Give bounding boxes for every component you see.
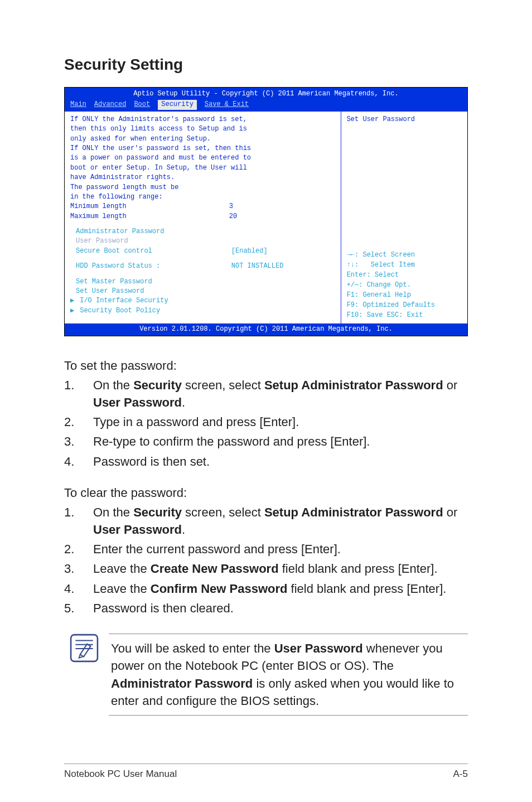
footer-left: Notebook PC User Manual xyxy=(64,769,177,780)
list-item: Password is then cleared. xyxy=(64,600,468,617)
text-bold: User Password xyxy=(93,395,182,409)
hint-f10: F10: Save ESC: Exit xyxy=(347,310,462,320)
footer-right: A-5 xyxy=(453,769,468,780)
text-bold: Setup Administrator Password xyxy=(264,505,443,519)
bios-tab-main[interactable]: Main xyxy=(70,100,86,109)
list-item: Leave the Create New Password field blan… xyxy=(64,560,468,577)
hdd-password-status-label: HDD Password Status : xyxy=(76,262,231,271)
section-title: Security Setting xyxy=(64,56,468,74)
bios-desc-line: then this only limits access to Setup an… xyxy=(70,124,335,134)
bios-tab-boot[interactable]: Boot xyxy=(134,100,150,109)
list-item: Enter the current password and press [En… xyxy=(64,540,468,558)
text: You will be asked to enter the xyxy=(111,641,274,655)
arrows-lr-icon: →← xyxy=(347,251,355,259)
triangle-right-icon: ▶ xyxy=(70,306,76,316)
text-bold: Security xyxy=(133,505,182,519)
min-length-label: Minimum length xyxy=(70,202,229,211)
note-block: You will be asked to enter the User Pass… xyxy=(64,634,468,716)
list-item: Leave the Confirm New Password field bla… xyxy=(64,580,468,597)
secure-boot-control-value[interactable]: [Enabled] xyxy=(231,247,335,256)
bios-desc-line: have Administrator rights. xyxy=(70,173,335,182)
clear-password-intro: To clear the password: xyxy=(64,486,468,500)
bios-screenshot: Aptio Setup Utility - Copyright (C) 2011… xyxy=(64,87,468,336)
bios-tab-save-exit[interactable]: Save & Exit xyxy=(205,100,249,109)
bios-desc-line: If ONLY the Administrator's password is … xyxy=(70,115,335,124)
text: or xyxy=(443,505,458,519)
list-item: Password is then set. xyxy=(64,453,468,470)
hint-select-item: Select Item xyxy=(371,261,415,269)
note-text: You will be asked to enter the User Pass… xyxy=(109,634,468,716)
text: field blank and press [Enter]. xyxy=(279,562,438,576)
menu-set-user-password[interactable]: Set User Password xyxy=(70,287,335,296)
bios-desc-line: in the following range: xyxy=(70,192,335,202)
bios-tab-advanced[interactable]: Advanced xyxy=(94,100,127,109)
hdd-password-status-value: NOT INSTALLED xyxy=(231,262,335,271)
menu-admin-password[interactable]: Administrator Password xyxy=(70,227,335,236)
text: . xyxy=(182,523,185,537)
note-icon xyxy=(70,634,99,663)
bios-desc-line: If ONLY the user's password is set, then… xyxy=(70,144,335,153)
bios-left-pane: If ONLY the Administrator's password is … xyxy=(65,112,341,323)
list-item: Re-type to confirm the password and pres… xyxy=(64,433,468,450)
max-length-label: Maximum length xyxy=(70,212,229,221)
bios-desc-line: only asked for when entering Setup. xyxy=(70,134,335,144)
text: screen, select xyxy=(182,505,264,519)
min-length-value: 3 xyxy=(229,202,335,211)
text-bold: Create New Password xyxy=(151,562,279,576)
bios-desc-line: is a power on password and must be enter… xyxy=(70,153,335,163)
help-title: Set User Password xyxy=(347,115,462,124)
triangle-right-icon: ▶ xyxy=(70,296,76,306)
list-item: Type in a password and press [Enter]. xyxy=(64,413,468,431)
bios-footer: Version 2.01.1208. Copyright (C) 2011 Am… xyxy=(65,323,467,335)
io-interface-label: I/O Interface Security xyxy=(80,297,168,305)
menu-set-master-password[interactable]: Set Master Password xyxy=(70,277,335,287)
text: . xyxy=(182,395,185,409)
page-footer: Notebook PC User Manual A-5 xyxy=(64,764,468,780)
hint-select-screen: Select Screen xyxy=(362,251,415,259)
text: On the xyxy=(93,378,133,392)
menu-security-boot-policy[interactable]: ▶ Security Boot Policy xyxy=(70,306,335,316)
bios-tab-bar: Main Advanced Boot Security Save & Exit xyxy=(70,99,462,109)
bios-right-pane: Set User Password →←: Select Screen ↑↓: … xyxy=(341,112,467,323)
bios-header-text: Aptio Setup Utility - Copyright (C) 2011… xyxy=(70,89,462,99)
text: or xyxy=(443,378,458,392)
security-boot-policy-label: Security Boot Policy xyxy=(80,307,160,315)
text: Leave the xyxy=(93,562,151,576)
key-hints: →←: Select Screen ↑↓: Select Item Enter:… xyxy=(347,250,462,320)
max-length-value: 20 xyxy=(229,212,335,221)
text: screen, select xyxy=(182,378,264,392)
hint-f9: F9: Optimized Defaults xyxy=(347,300,462,310)
text: On the xyxy=(93,505,133,519)
clear-password-steps: On the Security screen, select Setup Adm… xyxy=(64,504,468,617)
text: Leave the xyxy=(93,582,151,596)
text-bold: Security xyxy=(133,378,182,392)
arrows-ud-icon: ↑↓ xyxy=(347,261,355,269)
bios-tab-security[interactable]: Security xyxy=(158,100,197,109)
text-bold: Setup Administrator Password xyxy=(264,378,443,392)
hint-enter: Enter: Select xyxy=(347,270,462,280)
bios-desc-line: The password length must be xyxy=(70,183,335,192)
menu-io-interface-security[interactable]: ▶ I/O Interface Security xyxy=(70,296,335,306)
bios-desc-line: boot or enter Setup. In Setup, the User … xyxy=(70,163,335,173)
text: field blank and press [Enter]. xyxy=(287,582,446,596)
menu-user-password: User Password xyxy=(70,236,335,246)
list-item: On the Security screen, select Setup Adm… xyxy=(64,504,468,538)
text-bold: User Password xyxy=(274,641,363,655)
secure-boot-control-label[interactable]: Secure Boot control xyxy=(76,247,231,256)
set-password-intro: To set the password: xyxy=(64,359,468,373)
hint-change-opt: +/—: Change Opt. xyxy=(347,280,462,290)
text-bold: Administrator Password xyxy=(111,677,253,690)
hint-f1: F1: General Help xyxy=(347,290,462,300)
text-bold: User Password xyxy=(93,523,182,537)
set-password-steps: On the Security screen, select Setup Adm… xyxy=(64,376,468,470)
text-bold: Confirm New Password xyxy=(151,582,288,596)
list-item: On the Security screen, select Setup Adm… xyxy=(64,376,468,411)
